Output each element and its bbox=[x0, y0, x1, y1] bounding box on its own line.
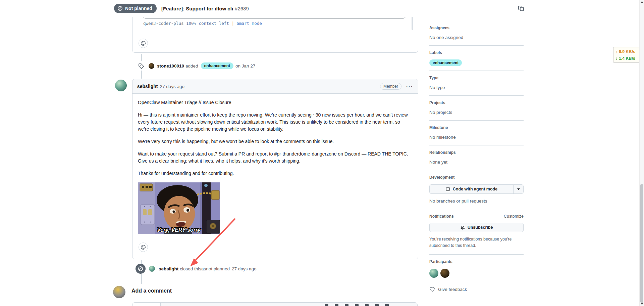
scrollbar-thumb[interactable] bbox=[640, 184, 643, 303]
projects-title[interactable]: Projects bbox=[429, 100, 524, 105]
scroll-down-button[interactable] bbox=[641, 303, 643, 305]
comment-menu-button[interactable]: ··· bbox=[406, 84, 413, 89]
issue-sidebar: Assignees No one assigned Labels enhance… bbox=[429, 21, 524, 298]
comment-card: sebslight 27 days ago Member ··· OpenCla… bbox=[132, 79, 418, 259]
comment-paragraph: We’re very sorry this is happening, but … bbox=[138, 138, 413, 145]
add-reaction-button[interactable] bbox=[139, 39, 148, 48]
notifications-title: Notifications bbox=[429, 214, 454, 219]
toolbar-icon[interactable] bbox=[365, 304, 369, 306]
closed-event-row: sebslightclosed thisasnot planned27 days… bbox=[136, 264, 258, 274]
unsubscribe-label: Unsubscribe bbox=[468, 225, 493, 230]
label-enhancement[interactable]: enhancement bbox=[201, 62, 233, 69]
closed-event-actor[interactable]: sebslight bbox=[159, 266, 178, 271]
code-mode-text: Smart mode bbox=[236, 21, 262, 26]
comment-body: OpenClaw Maintainer Triage // Issue Clos… bbox=[132, 94, 418, 257]
sidebar-section-labels: Labels enhancement bbox=[429, 46, 524, 71]
relationships-title[interactable]: Relationships bbox=[429, 150, 524, 155]
status-badge: Not planned bbox=[114, 4, 157, 13]
toolbar-icon[interactable] bbox=[335, 304, 338, 306]
avatar[interactable] bbox=[429, 269, 438, 278]
toolbar-icon[interactable] bbox=[385, 304, 389, 306]
customize-link[interactable]: Customize bbox=[504, 214, 524, 219]
avatar[interactable] bbox=[115, 80, 127, 91]
avatar[interactable] bbox=[440, 269, 449, 278]
issue-title: [Feature]: Support for iflow cli bbox=[161, 6, 233, 11]
development-empty: No branches or pull requests bbox=[429, 199, 524, 204]
copy-icon bbox=[518, 5, 525, 12]
toolbar-icon[interactable] bbox=[355, 304, 359, 306]
sidebar-section-assignees: Assignees No one assigned bbox=[429, 21, 524, 46]
avatar[interactable] bbox=[113, 286, 125, 298]
sidebar-section-milestone: Milestone No milestone bbox=[429, 121, 524, 145]
add-reaction-button[interactable] bbox=[139, 243, 148, 252]
code-model-name: qwen3-coder-plus bbox=[143, 21, 183, 26]
comment-timestamp[interactable]: 27 days ago bbox=[160, 84, 184, 89]
comment-author[interactable]: sebslight bbox=[137, 84, 158, 89]
toolbar-icon[interactable] bbox=[325, 304, 328, 306]
upload-speed: 6.9 KB/s bbox=[619, 49, 635, 54]
code-with-agent-mode-label: Code with agent mode bbox=[453, 187, 497, 191]
tab-write[interactable] bbox=[132, 303, 161, 306]
label-event-date-link[interactable]: on Jan 27 bbox=[235, 63, 255, 69]
comment-paragraph: Want to make your request stand out? Sub… bbox=[138, 150, 413, 165]
assignees-title[interactable]: Assignees bbox=[429, 26, 524, 30]
labels-title[interactable]: Labels bbox=[429, 50, 524, 55]
toolbar-icon[interactable] bbox=[375, 304, 379, 306]
label-event-row: stone100010 added enhancement on Jan 27 bbox=[136, 62, 258, 70]
timeline-line bbox=[141, 274, 142, 284]
label-enhancement[interactable]: enhancement bbox=[429, 59, 462, 66]
closed-event-action: closed this bbox=[180, 266, 201, 271]
avatar[interactable] bbox=[149, 266, 155, 272]
member-badge: Member bbox=[380, 83, 401, 90]
smiley-icon bbox=[141, 41, 146, 46]
status-badge-label: Not planned bbox=[125, 6, 152, 11]
issue-number: #2689 bbox=[235, 6, 249, 11]
give-feedback-link[interactable]: Give feedback bbox=[429, 287, 524, 292]
sidebar-section-type: Type No type bbox=[429, 71, 524, 96]
agent-mode-dropdown-button[interactable] bbox=[513, 185, 523, 193]
notifications-note: You're receiving notifications because y… bbox=[429, 236, 524, 249]
assignees-empty: No one assigned bbox=[429, 35, 524, 40]
skip-circle-icon bbox=[117, 6, 123, 11]
page-scrollbar[interactable] bbox=[639, 0, 644, 306]
code-line: qwen3-coder-plus 100% context left | Sma… bbox=[143, 21, 262, 26]
download-arrow: ↓ bbox=[615, 56, 618, 61]
type-title[interactable]: Type bbox=[429, 76, 524, 80]
projects-empty: No projects bbox=[429, 110, 524, 115]
closed-event-date-link[interactable]: 27 days ago bbox=[232, 266, 257, 271]
closed-state-icon-circle bbox=[136, 264, 146, 274]
upload-arrow: ↑ bbox=[615, 49, 618, 54]
comment-paragraph: Hi — this is a joint maintainer effort t… bbox=[138, 112, 413, 133]
label-event-actor[interactable]: stone100010 bbox=[157, 63, 184, 69]
markdown-toolbar bbox=[325, 304, 389, 306]
copy-link-button[interactable] bbox=[518, 5, 525, 12]
gif-image[interactable]: Very, VERY sorry bbox=[138, 182, 413, 235]
netspeed-widget[interactable]: ↑ 6.9 KB/s ↓ 1.4 KB/s bbox=[613, 47, 641, 63]
avatar[interactable] bbox=[149, 63, 154, 69]
sidebar-section-development: Development Code with agent mode No bran… bbox=[429, 170, 524, 209]
device-icon bbox=[445, 187, 450, 192]
relationships-empty: None yet bbox=[429, 160, 524, 165]
type-empty: No type bbox=[429, 85, 524, 90]
milestone-title[interactable]: Milestone bbox=[429, 125, 524, 130]
closed-event-as: as bbox=[201, 266, 206, 271]
sidebar-section-notifications: Notifications Customize Unsubscribe You'… bbox=[429, 209, 524, 255]
code-separator: | bbox=[231, 21, 234, 26]
comment-paragraph: OpenClaw Maintainer Triage // Issue Clos… bbox=[138, 99, 413, 106]
comment-header: sebslight 27 days ago Member ··· bbox=[132, 79, 418, 94]
sidebar-section-participants: Participants Give feedback bbox=[429, 255, 524, 298]
scroll-up-button[interactable] bbox=[641, 1, 643, 3]
code-with-agent-mode-button[interactable]: Code with agent mode bbox=[429, 184, 524, 194]
comment-paragraph: Thanks for understanding and for contrib… bbox=[138, 170, 413, 177]
code-context-text: 100% context left bbox=[186, 21, 229, 26]
unsubscribe-button[interactable]: Unsubscribe bbox=[429, 223, 524, 232]
toolbar-icon[interactable] bbox=[345, 304, 348, 306]
gif-caption: Very, VERY sorry bbox=[157, 227, 201, 233]
add-comment-heading: Add a comment bbox=[131, 288, 172, 294]
development-title[interactable]: Development bbox=[429, 175, 524, 180]
smiley-icon bbox=[141, 245, 146, 250]
milestone-empty: No milestone bbox=[429, 135, 524, 140]
closed-state-link[interactable]: not planned bbox=[206, 266, 230, 271]
label-event-action: added bbox=[185, 63, 198, 69]
timeline-line bbox=[141, 54, 142, 61]
